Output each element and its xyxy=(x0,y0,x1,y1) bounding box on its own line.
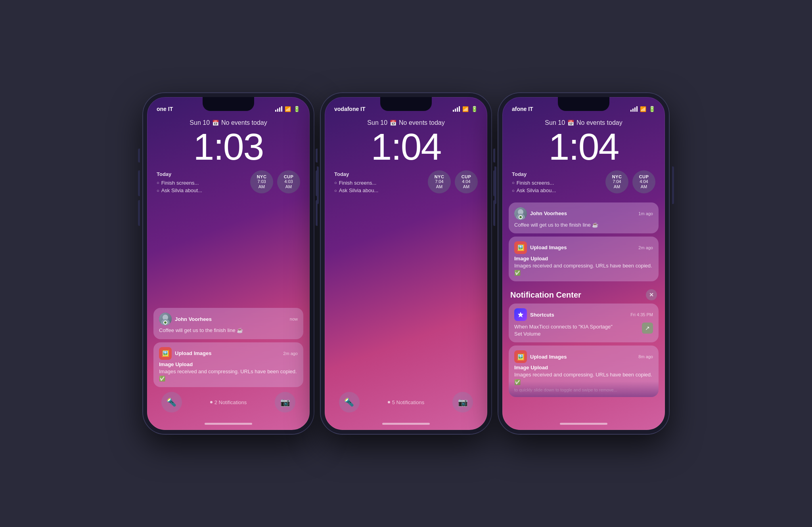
notif-shortcuts-icon-3 xyxy=(514,308,527,321)
notif-body-1: Coffee will get us to the finish line ☕ xyxy=(159,327,298,334)
phone-frame-3: afone IT 📶 🔋 Sun 10 📅 No events xyxy=(498,93,669,434)
volume-up-button-3[interactable] xyxy=(493,170,495,196)
widgets-row-2: Today ○ Finish screens... ○ Ask Silvia a… xyxy=(325,170,487,195)
notif-center-close-3[interactable]: ✕ xyxy=(646,289,657,300)
time-display-2: 1:04 xyxy=(325,128,487,166)
widget-todo-item1-3: ○ Finish screens... xyxy=(512,179,601,187)
status-right-3: 📶 🔋 xyxy=(630,106,655,112)
notif-center-scroll-3: Shortcuts Fri 4:35 PM When MaxTicci conn… xyxy=(509,304,659,397)
volume-up-button-2[interactable] xyxy=(316,170,318,196)
camera-button-1[interactable]: 📷 xyxy=(275,392,295,412)
notif-upload-center-body-3: Images received and compressing. URLs ha… xyxy=(514,371,653,386)
notif-shortcuts-time-3: Fri 4:35 PM xyxy=(630,312,653,317)
notif-dot-2 xyxy=(388,401,390,403)
wifi-icon-2: 📶 xyxy=(462,106,469,112)
battery-icon-1: 🔋 xyxy=(293,106,300,112)
bottom-bar-2: 🔦 5 Notifications 📷 xyxy=(325,387,487,420)
notif-center-header-3: Notification Center ✕ xyxy=(509,285,659,304)
notif-upload-1[interactable]: 🖼️ Upload Images 2m ago Image Upload Ima… xyxy=(153,342,303,387)
notif-upload-subtitle-1: Image Upload xyxy=(159,361,298,367)
notif-shortcuts-action-3[interactable]: ↗ xyxy=(642,323,653,334)
notif-body-3: Coffee will get us to the finish line ☕ xyxy=(514,221,653,229)
notif-upload-3[interactable]: 🖼️ Upload Images 2m ago Image Upload Ima… xyxy=(509,237,659,281)
phone-screen-1: one IT 📶 🔋 Sun 10 📅 No events t xyxy=(147,97,310,430)
phone-1: one IT 📶 🔋 Sun 10 📅 No events t xyxy=(143,93,314,434)
volume-down-button-3[interactable] xyxy=(493,200,495,226)
notif-upload-center-sender-3: Upload Images xyxy=(530,354,567,360)
notif-upload-title-row-1: Upload Images 2m ago xyxy=(175,350,298,356)
widget-todo-3: Today ○ Finish screens... ○ Ask Silvia a… xyxy=(512,170,601,195)
carrier-2: vodafone IT xyxy=(334,106,366,112)
power-button-3[interactable] xyxy=(672,166,674,204)
home-bar-2 xyxy=(382,423,430,425)
flashlight-button-2[interactable]: 🔦 xyxy=(339,392,360,412)
camera-button-2[interactable]: 📷 xyxy=(452,392,473,412)
notif-shortcuts-3[interactable]: Shortcuts Fri 4:35 PM When MaxTicci conn… xyxy=(509,304,659,342)
widget-todo-item2-3: ○ Ask Silvia abou... xyxy=(512,187,601,195)
status-right-2: 📶 🔋 xyxy=(453,106,478,112)
carrier-1: one IT xyxy=(157,106,173,112)
widget-nyc-1: NYC 7:03AM xyxy=(250,170,273,193)
notch-3 xyxy=(558,97,609,111)
lock-content-2: Sun 10 📅 No events today 1:04 Today ○ Fi… xyxy=(325,116,487,430)
widgets-row-3: Today ○ Finish screens... ○ Ask Silvia a… xyxy=(502,170,665,195)
notif-count-2: 5 Notifications xyxy=(388,399,425,405)
home-bar-3 xyxy=(560,423,607,425)
widget-todo-item2-2: ○ Ask Silvia abou... xyxy=(334,187,424,195)
notif-message-3[interactable]: John Voorhees 1m ago Coffee will get us … xyxy=(509,202,659,233)
notif-sender-3: John Voorhees xyxy=(530,210,567,216)
notif-message-1[interactable]: John Voorhees now Coffee will get us to … xyxy=(153,308,303,339)
mute-button[interactable] xyxy=(138,149,140,162)
notif-upload-time-3: 2m ago xyxy=(638,245,653,250)
widget-cup-1: CUP 4:03AM xyxy=(277,170,300,193)
flashlight-button-1[interactable]: 🔦 xyxy=(161,392,182,412)
home-indicator-2 xyxy=(325,420,487,430)
battery-icon-3: 🔋 xyxy=(649,106,655,112)
widget-nyc-2: NYC 7:04AM xyxy=(428,170,451,193)
phone-3: afone IT 📶 🔋 Sun 10 📅 No events xyxy=(498,93,669,434)
mute-button-2[interactable] xyxy=(316,149,318,162)
signal-icon-3 xyxy=(630,106,638,112)
mute-button-3[interactable] xyxy=(493,149,495,162)
notif-upload-icon-1: 🖼️ xyxy=(159,347,172,360)
notif-shortcuts-sender-3: Shortcuts xyxy=(530,312,554,318)
notif-center-title-3: Notification Center xyxy=(510,290,581,300)
notif-upload-header-3: 🖼️ Upload Images 2m ago xyxy=(514,241,653,254)
notif-time-1: now xyxy=(290,317,298,321)
notif-avatar-3 xyxy=(514,207,527,220)
notif-title-row-3: John Voorhees 1m ago xyxy=(530,210,653,216)
phone-2: vodafone IT 📶 🔋 Sun 10 📅 No eve xyxy=(321,93,491,434)
notif-upload-center-title-row-3: Upload Images 8m ago xyxy=(530,354,653,360)
notif-avatar-1 xyxy=(159,313,172,325)
lock-content-1: Sun 10 📅 No events today 1:03 Today ○ Fi… xyxy=(147,116,310,430)
notif-title-row-1: John Voorhees now xyxy=(175,316,298,322)
notif-shortcuts-title-row-3: Shortcuts Fri 4:35 PM xyxy=(530,312,653,318)
volume-up-button[interactable] xyxy=(138,170,140,196)
notif-upload-center-subtitle-3: Image Upload xyxy=(514,365,653,370)
wifi-icon-1: 📶 xyxy=(285,106,291,112)
phone-screen-3: afone IT 📶 🔋 Sun 10 📅 No events xyxy=(502,97,665,430)
phone-frame-1: one IT 📶 🔋 Sun 10 📅 No events t xyxy=(143,93,314,434)
notif-upload-sender-1: Upload Images xyxy=(175,350,211,356)
phone-frame-2: vodafone IT 📶 🔋 Sun 10 📅 No eve xyxy=(321,93,491,434)
bottom-bar-1: 🔦 2 Notifications 📷 xyxy=(147,387,310,420)
home-indicator-3 xyxy=(502,420,665,430)
notif-upload-subtitle-3: Image Upload xyxy=(514,256,653,262)
widget-todo-item1-2: ○ Finish screens... xyxy=(334,179,424,187)
notif-header-3: John Voorhees 1m ago xyxy=(514,207,653,220)
calendar-icon-2: 📅 xyxy=(390,120,396,126)
time-display-1: 1:03 xyxy=(147,128,310,166)
time-display-3: 1:04 xyxy=(502,128,665,166)
notif-upload-center-3[interactable]: 🖼️ Upload Images 8m ago Image Upload Ima… xyxy=(509,346,659,397)
wifi-icon-3: 📶 xyxy=(640,106,646,112)
home-indicator-1 xyxy=(147,420,310,430)
notif-header-1: John Voorhees now xyxy=(159,313,298,325)
notif-upload-center-icon-3: 🖼️ xyxy=(514,350,527,363)
notifications-area-1: John Voorhees now Coffee will get us to … xyxy=(147,308,310,387)
volume-down-button-2[interactable] xyxy=(316,200,318,226)
widget-todo-2: Today ○ Finish screens... ○ Ask Silvia a… xyxy=(334,170,424,195)
notif-upload-center-header-3: 🖼️ Upload Images 8m ago xyxy=(514,350,653,363)
volume-down-button[interactable] xyxy=(138,200,140,226)
notif-upload-body-1: Images received and compressing. URLs ha… xyxy=(159,368,298,382)
home-bar-1 xyxy=(205,423,252,425)
